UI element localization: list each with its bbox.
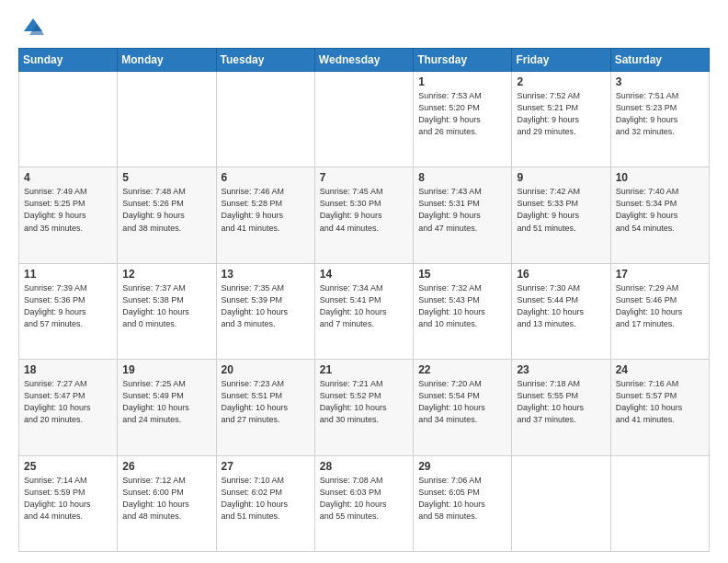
day-info: Sunrise: 7:10 AM Sunset: 6:02 PM Dayligh… bbox=[222, 475, 310, 523]
day-number: 9 bbox=[517, 171, 605, 184]
calendar-cell: 22Sunrise: 7:20 AM Sunset: 5:54 PM Dayli… bbox=[414, 360, 512, 455]
calendar-cell bbox=[610, 455, 709, 551]
day-number: 25 bbox=[24, 460, 112, 473]
day-number: 15 bbox=[418, 268, 506, 281]
day-info: Sunrise: 7:48 AM Sunset: 5:26 PM Dayligh… bbox=[122, 186, 210, 234]
calendar-cell: 10Sunrise: 7:40 AM Sunset: 5:34 PM Dayli… bbox=[610, 167, 709, 263]
day-info: Sunrise: 7:37 AM Sunset: 5:38 PM Dayligh… bbox=[122, 282, 210, 330]
day-number: 18 bbox=[24, 363, 112, 376]
calendar-cell: 1Sunrise: 7:53 AM Sunset: 5:20 PM Daylig… bbox=[414, 72, 512, 167]
day-number: 17 bbox=[616, 268, 704, 281]
day-info: Sunrise: 7:18 AM Sunset: 5:55 PM Dayligh… bbox=[517, 378, 605, 426]
week-row-5: 25Sunrise: 7:14 AM Sunset: 5:59 PM Dayli… bbox=[19, 455, 710, 551]
day-info: Sunrise: 7:53 AM Sunset: 5:20 PM Dayligh… bbox=[418, 90, 506, 138]
day-number: 21 bbox=[320, 363, 408, 376]
day-number: 10 bbox=[616, 171, 704, 184]
calendar-cell: 2Sunrise: 7:52 AM Sunset: 5:21 PM Daylig… bbox=[512, 72, 610, 167]
calendar-cell bbox=[314, 72, 413, 167]
day-info: Sunrise: 7:51 AM Sunset: 5:23 PM Dayligh… bbox=[616, 90, 704, 138]
calendar-cell bbox=[216, 72, 314, 167]
day-number: 29 bbox=[418, 460, 506, 473]
day-info: Sunrise: 7:35 AM Sunset: 5:39 PM Dayligh… bbox=[222, 282, 310, 330]
day-number: 7 bbox=[320, 171, 408, 184]
calendar-table: SundayMondayTuesdayWednesdayThursdayFrid… bbox=[18, 48, 710, 552]
header-row: SundayMondayTuesdayWednesdayThursdayFrid… bbox=[19, 49, 710, 72]
calendar-cell: 20Sunrise: 7:23 AM Sunset: 5:51 PM Dayli… bbox=[216, 360, 314, 455]
day-info: Sunrise: 7:27 AM Sunset: 5:47 PM Dayligh… bbox=[24, 378, 112, 426]
day-number: 8 bbox=[418, 171, 506, 184]
day-info: Sunrise: 7:30 AM Sunset: 5:44 PM Dayligh… bbox=[517, 282, 605, 330]
day-info: Sunrise: 7:39 AM Sunset: 5:36 PM Dayligh… bbox=[24, 282, 112, 330]
day-number: 1 bbox=[418, 75, 506, 88]
day-info: Sunrise: 7:16 AM Sunset: 5:57 PM Dayligh… bbox=[616, 378, 704, 426]
day-number: 19 bbox=[122, 363, 210, 376]
day-number: 14 bbox=[320, 268, 408, 281]
day-number: 22 bbox=[418, 363, 506, 376]
day-number: 4 bbox=[24, 171, 112, 184]
day-number: 16 bbox=[517, 268, 605, 281]
calendar-cell: 28Sunrise: 7:08 AM Sunset: 6:03 PM Dayli… bbox=[314, 455, 413, 551]
calendar-cell: 9Sunrise: 7:42 AM Sunset: 5:33 PM Daylig… bbox=[512, 167, 610, 263]
col-header-friday: Friday bbox=[512, 49, 610, 72]
calendar-cell: 4Sunrise: 7:49 AM Sunset: 5:25 PM Daylig… bbox=[19, 167, 118, 263]
calendar-cell: 19Sunrise: 7:25 AM Sunset: 5:49 PM Dayli… bbox=[118, 360, 216, 455]
calendar-cell: 17Sunrise: 7:29 AM Sunset: 5:46 PM Dayli… bbox=[610, 263, 709, 359]
calendar-cell: 24Sunrise: 7:16 AM Sunset: 5:57 PM Dayli… bbox=[610, 360, 709, 455]
day-number: 24 bbox=[616, 363, 704, 376]
col-header-sunday: Sunday bbox=[19, 49, 118, 72]
week-row-3: 11Sunrise: 7:39 AM Sunset: 5:36 PM Dayli… bbox=[19, 263, 710, 359]
day-info: Sunrise: 7:34 AM Sunset: 5:41 PM Dayligh… bbox=[320, 282, 408, 330]
calendar-cell: 12Sunrise: 7:37 AM Sunset: 5:38 PM Dayli… bbox=[118, 263, 216, 359]
day-info: Sunrise: 7:14 AM Sunset: 5:59 PM Dayligh… bbox=[24, 475, 112, 523]
day-info: Sunrise: 7:20 AM Sunset: 5:54 PM Dayligh… bbox=[418, 378, 506, 426]
day-number: 13 bbox=[222, 268, 310, 281]
day-info: Sunrise: 7:06 AM Sunset: 6:05 PM Dayligh… bbox=[418, 475, 506, 523]
day-number: 5 bbox=[122, 171, 210, 184]
day-info: Sunrise: 7:25 AM Sunset: 5:49 PM Dayligh… bbox=[122, 378, 210, 426]
day-number: 12 bbox=[122, 268, 210, 281]
day-number: 11 bbox=[24, 268, 112, 281]
calendar-cell: 6Sunrise: 7:46 AM Sunset: 5:28 PM Daylig… bbox=[216, 167, 314, 263]
calendar-cell: 21Sunrise: 7:21 AM Sunset: 5:52 PM Dayli… bbox=[314, 360, 413, 455]
week-row-4: 18Sunrise: 7:27 AM Sunset: 5:47 PM Dayli… bbox=[19, 360, 710, 455]
calendar-cell: 25Sunrise: 7:14 AM Sunset: 5:59 PM Dayli… bbox=[19, 455, 118, 551]
day-info: Sunrise: 7:29 AM Sunset: 5:46 PM Dayligh… bbox=[616, 282, 704, 330]
day-info: Sunrise: 7:21 AM Sunset: 5:52 PM Dayligh… bbox=[320, 378, 408, 426]
calendar-cell: 14Sunrise: 7:34 AM Sunset: 5:41 PM Dayli… bbox=[314, 263, 413, 359]
calendar-cell: 5Sunrise: 7:48 AM Sunset: 5:26 PM Daylig… bbox=[118, 167, 216, 263]
day-info: Sunrise: 7:43 AM Sunset: 5:31 PM Dayligh… bbox=[418, 186, 506, 234]
day-number: 23 bbox=[517, 363, 605, 376]
col-header-thursday: Thursday bbox=[414, 49, 512, 72]
logo bbox=[18, 15, 48, 40]
day-info: Sunrise: 7:42 AM Sunset: 5:33 PM Dayligh… bbox=[517, 186, 605, 234]
calendar-cell: 3Sunrise: 7:51 AM Sunset: 5:23 PM Daylig… bbox=[610, 72, 709, 167]
col-header-monday: Monday bbox=[118, 49, 216, 72]
day-number: 27 bbox=[222, 460, 310, 473]
day-info: Sunrise: 7:32 AM Sunset: 5:43 PM Dayligh… bbox=[418, 282, 506, 330]
calendar-cell: 18Sunrise: 7:27 AM Sunset: 5:47 PM Dayli… bbox=[19, 360, 118, 455]
day-info: Sunrise: 7:46 AM Sunset: 5:28 PM Dayligh… bbox=[222, 186, 310, 234]
calendar-cell: 16Sunrise: 7:30 AM Sunset: 5:44 PM Dayli… bbox=[512, 263, 610, 359]
calendar-cell: 8Sunrise: 7:43 AM Sunset: 5:31 PM Daylig… bbox=[414, 167, 512, 263]
day-number: 3 bbox=[616, 75, 704, 88]
calendar-cell: 23Sunrise: 7:18 AM Sunset: 5:55 PM Dayli… bbox=[512, 360, 610, 455]
day-info: Sunrise: 7:49 AM Sunset: 5:25 PM Dayligh… bbox=[24, 186, 112, 234]
header bbox=[18, 15, 710, 40]
calendar-cell bbox=[118, 72, 216, 167]
day-info: Sunrise: 7:12 AM Sunset: 6:00 PM Dayligh… bbox=[122, 475, 210, 523]
col-header-tuesday: Tuesday bbox=[216, 49, 314, 72]
week-row-1: 1Sunrise: 7:53 AM Sunset: 5:20 PM Daylig… bbox=[19, 72, 710, 167]
calendar-cell bbox=[512, 455, 610, 551]
calendar-cell bbox=[19, 72, 118, 167]
calendar-cell: 29Sunrise: 7:06 AM Sunset: 6:05 PM Dayli… bbox=[414, 455, 512, 551]
day-number: 6 bbox=[222, 171, 310, 184]
calendar-cell: 15Sunrise: 7:32 AM Sunset: 5:43 PM Dayli… bbox=[414, 263, 512, 359]
week-row-2: 4Sunrise: 7:49 AM Sunset: 5:25 PM Daylig… bbox=[19, 167, 710, 263]
calendar-cell: 7Sunrise: 7:45 AM Sunset: 5:30 PM Daylig… bbox=[314, 167, 413, 263]
logo-icon bbox=[18, 15, 44, 40]
page: SundayMondayTuesdayWednesdayThursdayFrid… bbox=[0, 0, 728, 563]
day-info: Sunrise: 7:45 AM Sunset: 5:30 PM Dayligh… bbox=[320, 186, 408, 234]
col-header-saturday: Saturday bbox=[610, 49, 709, 72]
calendar-cell: 13Sunrise: 7:35 AM Sunset: 5:39 PM Dayli… bbox=[216, 263, 314, 359]
col-header-wednesday: Wednesday bbox=[314, 49, 413, 72]
